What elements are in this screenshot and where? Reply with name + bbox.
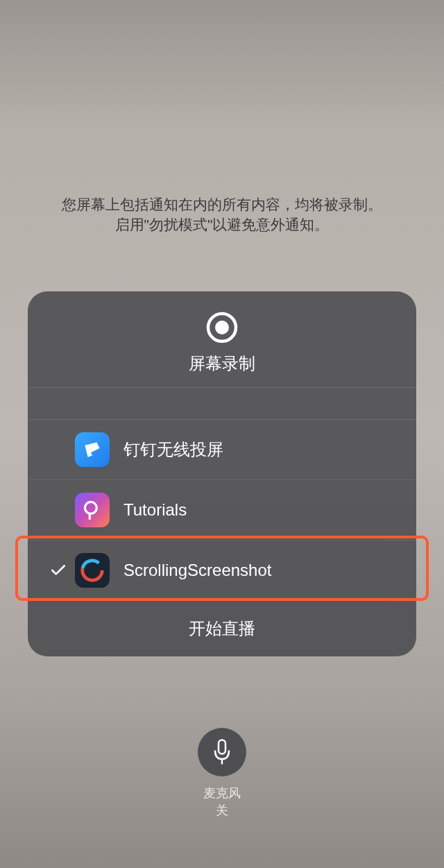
app-row-scrollingscreenshot[interactable]: ScrollingScreenshot: [28, 541, 416, 600]
microphone-label: 麦克风 关: [0, 785, 444, 819]
microphone-section: 麦克风 关: [0, 728, 444, 819]
checkmark-icon: [49, 561, 67, 579]
app-row-dingtalk[interactable]: 钉钉无线投屏: [28, 420, 416, 480]
footer-label: 开始直播: [28, 618, 416, 640]
microphone-icon: [212, 738, 232, 766]
notice-line-1: 您屏幕上包括通知在内的所有内容，均将被录制。: [62, 196, 382, 212]
svg-point-1: [215, 321, 229, 334]
partial-row-top: [28, 402, 416, 420]
screen-recording-panel: 屏幕录制 钉钉无线投屏 Tutorials: [28, 291, 416, 656]
microphone-toggle[interactable]: [198, 728, 246, 776]
picsart-icon: [75, 493, 110, 527]
panel-header: 屏幕录制: [28, 291, 416, 388]
mic-name: 麦克风: [203, 786, 241, 800]
panel-title: 屏幕录制: [28, 352, 416, 375]
app-row-tutorials[interactable]: Tutorials: [28, 480, 416, 541]
scrollingscreenshot-icon: [75, 553, 110, 588]
notice-line-2: 启用"勿扰模式"以避免意外通知。: [115, 216, 330, 232]
mic-status: 关: [216, 803, 228, 817]
svg-rect-3: [89, 513, 91, 520]
record-icon: [205, 311, 239, 344]
app-label: 钉钉无线投屏: [123, 439, 223, 461]
broadcast-app-list: 钉钉无线投屏 Tutorials: [28, 388, 416, 600]
start-broadcast-button[interactable]: 开始直播: [28, 600, 416, 656]
app-label: ScrollingScreenshot: [123, 561, 271, 580]
recording-notice: 您屏幕上包括通知在内的所有内容，均将被录制。 启用"勿扰模式"以避免意外通知。: [0, 194, 444, 235]
check-slot: [42, 561, 75, 579]
svg-rect-6: [219, 740, 225, 754]
app-label: Tutorials: [123, 500, 187, 520]
svg-point-2: [85, 502, 96, 513]
dingtalk-icon: [75, 432, 110, 467]
